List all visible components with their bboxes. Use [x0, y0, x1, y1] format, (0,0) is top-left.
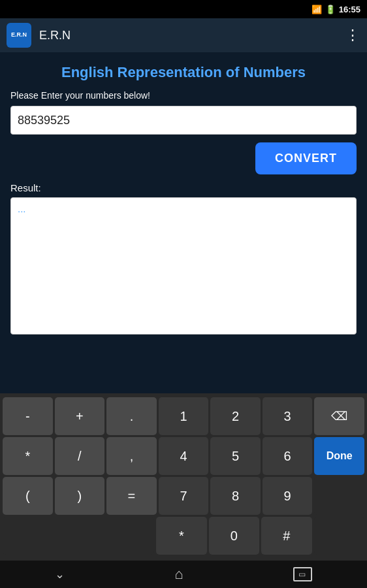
home-icon[interactable]: ⌂: [174, 566, 183, 583]
key-empty-2: [314, 517, 364, 555]
key-9[interactable]: 9: [263, 477, 313, 515]
menu-button[interactable]: ⋮: [345, 27, 360, 44]
app-bar: E.R.N E.R.N ⋮: [0, 18, 367, 52]
keyboard-row-3: ( ) = 7 8 9: [3, 477, 364, 515]
key-4[interactable]: 4: [159, 437, 209, 475]
battery-icon: 🔋: [325, 5, 336, 14]
keyboard-row-4: * 0 #: [3, 517, 364, 555]
key-6[interactable]: 6: [263, 437, 313, 475]
key-multiply[interactable]: *: [3, 437, 53, 475]
key-backspace[interactable]: ⌫: [314, 397, 364, 435]
key-minus[interactable]: -: [3, 397, 53, 435]
status-time: 16:55: [339, 5, 360, 14]
keyboard-area: - + . 1 2 3 ⌫ * / , 4 5 6 Done ( ) = 7 8…: [0, 393, 367, 561]
key-star[interactable]: *: [156, 517, 206, 555]
key-7[interactable]: 7: [159, 477, 209, 515]
key-done[interactable]: Done: [314, 437, 364, 475]
app-title: E.R.N: [39, 29, 338, 42]
wifi-icon: 📶: [311, 5, 322, 14]
key-close-paren[interactable]: ): [55, 477, 105, 515]
key-2[interactable]: 2: [210, 397, 261, 435]
back-icon[interactable]: ⌄: [55, 567, 65, 581]
key-comma[interactable]: ,: [106, 437, 157, 475]
main-content: English Representation of Numbers Please…: [0, 52, 367, 341]
keyboard-row-2: * / , 4 5 6 Done: [3, 437, 364, 475]
key-0[interactable]: 0: [209, 517, 259, 555]
key-open-paren[interactable]: (: [3, 477, 53, 515]
nav-bar: ⌄ ⌂ ▭: [0, 561, 367, 588]
key-dot[interactable]: .: [106, 397, 157, 435]
result-label: Result:: [10, 182, 357, 193]
key-5[interactable]: 5: [210, 437, 261, 475]
status-bar: 📶 🔋 16:55: [0, 0, 367, 18]
page-title: English Representation of Numbers: [10, 64, 357, 81]
result-text: ...: [18, 203, 26, 214]
key-8[interactable]: 8: [210, 477, 261, 515]
number-input[interactable]: [10, 106, 357, 135]
key-equals[interactable]: =: [106, 477, 157, 515]
key-3[interactable]: 3: [263, 397, 313, 435]
recents-icon[interactable]: ▭: [293, 567, 312, 581]
app-logo: E.R.N: [7, 23, 31, 48]
keyboard-row-1: - + . 1 2 3 ⌫: [3, 397, 364, 435]
key-divide[interactable]: /: [55, 437, 105, 475]
status-icons: 📶 🔋 16:55: [311, 5, 360, 14]
convert-button[interactable]: CONVERT: [255, 142, 357, 174]
input-label: Please Enter your numbers below!: [10, 90, 357, 101]
key-hash[interactable]: #: [261, 517, 311, 555]
key-empty-1: [314, 477, 364, 515]
app-logo-text: E.R.N: [11, 32, 27, 39]
key-empty-wide: [3, 517, 154, 555]
key-plus[interactable]: +: [55, 397, 105, 435]
convert-row: CONVERT: [10, 142, 357, 174]
result-box: ...: [10, 197, 357, 335]
key-1[interactable]: 1: [159, 397, 209, 435]
